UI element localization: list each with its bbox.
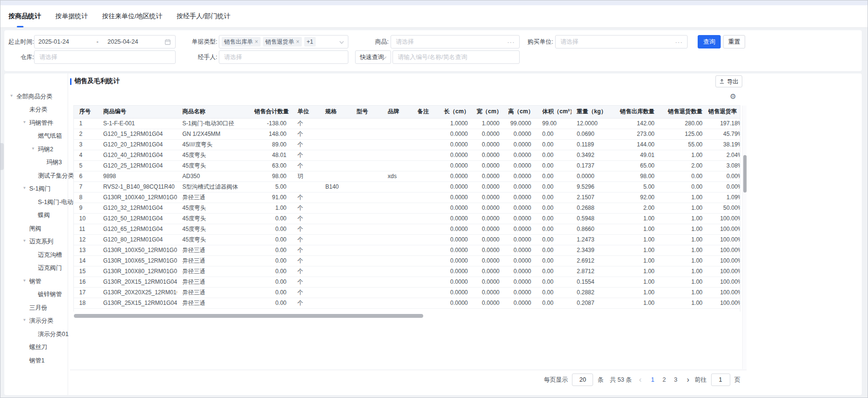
table-row[interactable]: 11G120_65_12RM01G0445度弯头0.00个0.00000.000… [74, 224, 740, 234]
table-row[interactable]: 18G130R_25X15_12RM01G04异径三通0.00个0.00000.… [74, 298, 740, 308]
page-number-2[interactable]: 2 [658, 376, 670, 383]
cell: 0.0000 [441, 298, 474, 308]
tree-node-未分类[interactable]: 未分类 [4, 105, 67, 114]
cell: 0.0000 [441, 150, 474, 160]
per-page-input[interactable]: 20 [572, 374, 593, 386]
reset-button[interactable]: 重置 [723, 35, 745, 48]
cell: S-1阀门-电动30口径 [177, 118, 251, 129]
table-row[interactable]: 12G120_80_12RM01G0445度弯头0.00个0.00000.000… [74, 234, 740, 245]
caret-down-icon[interactable]: ▼ [23, 278, 26, 283]
tree-node-镀锌钢管[interactable]: 镀锌钢管 [4, 289, 67, 299]
cell: 18 [74, 298, 98, 308]
table-row[interactable]: 8G130R_100X40_12RM01G04异径三通91.00个0.00000… [74, 192, 740, 203]
tree-node-演示分类01[interactable]: 演示分类01 [4, 329, 67, 339]
handler-select[interactable]: 请选择 [219, 50, 348, 64]
column-settings-gear-icon[interactable]: ⚙ [730, 93, 736, 100]
close-icon[interactable]: × [255, 38, 258, 45]
tree-node-玛钢3[interactable]: 玛钢3 [4, 157, 67, 167]
tab-按商品统计[interactable]: 按商品统计 [9, 12, 41, 21]
table-row[interactable]: 7RVS2-1_B140_98CQ11R40S型沟槽式过滤器阀体5.00B140… [74, 181, 740, 192]
table-row[interactable]: 13G130R_100X50_12RM01G04异径三通0.00个0.00000… [74, 245, 740, 255]
cell: 1.00 [610, 255, 660, 266]
table-row[interactable]: 10G120_50_12RM01G0445度弯头0.00个0.00000.000… [74, 213, 740, 224]
caret-down-icon[interactable]: ▼ [23, 120, 26, 124]
chevron-left-icon[interactable]: ‹ [638, 376, 642, 384]
page-number-1[interactable]: 1 [647, 376, 658, 383]
tree-node-S-1阀门-电动[interactable]: S-1阀门-电动 [4, 197, 67, 207]
search-button[interactable]: 查询 [698, 35, 721, 48]
page-number-3[interactable]: 3 [670, 376, 681, 383]
warehouse-select[interactable]: 请选择 [34, 50, 176, 64]
cell: 0.0000 [571, 171, 610, 181]
goto-page-input[interactable]: 1 [711, 374, 730, 386]
tree-node-玛钢管件[interactable]: ▼玛钢管件 [4, 118, 67, 128]
table-row[interactable]: 3G120_20_12RM01G0445////度弯头89.00个0.00000… [74, 139, 740, 150]
date-range-input[interactable]: 2025-01-24 - 2025-04-24 [34, 35, 176, 48]
tree-node-蝶阀[interactable]: 蝶阀 [4, 210, 67, 220]
table-row[interactable]: 5G120_25_12RM01G0445度弯头63.00个0.00000.000… [74, 160, 740, 171]
tree-node-三月份[interactable]: 三月份 [4, 303, 67, 313]
tree-node-迈克阀门[interactable]: 迈克阀门 [4, 263, 67, 273]
tab-按经手人/部门统计[interactable]: 按经手人/部门统计 [177, 12, 230, 21]
quick-search-input[interactable]: 请输入编号/名称/简名查询 [392, 50, 520, 64]
cell: 100.00% [708, 277, 740, 287]
doc-type-more-tag[interactable]: +1 [304, 37, 316, 47]
cell: 0.0000 [474, 234, 505, 245]
caret-down-icon[interactable]: ▼ [23, 239, 26, 243]
quick-search-mode-select[interactable]: 快速查询 [355, 50, 391, 64]
tree-node-玛钢2[interactable]: ▼玛钢2 [4, 145, 67, 154]
product-select[interactable]: 请选择 ··· [391, 35, 520, 48]
table-row[interactable]: 14G130R_100X65_12RM01G04异径三通0.00个0.00000… [74, 255, 740, 266]
tree-node-钢管1[interactable]: 钢管1 [4, 356, 67, 365]
caret-down-icon[interactable]: ▼ [31, 146, 35, 151]
tree-node-迈克系列[interactable]: ▼迈克系列 [4, 237, 67, 246]
table-row[interactable]: 17G130R_20X20X25_12RM01G...异径三通0.00个0.00… [74, 287, 740, 298]
cell: 89.00 [251, 139, 292, 150]
tree-node-全部商品分类[interactable]: ▼全部商品分类 [4, 92, 67, 101]
cell: 2.00 [610, 203, 660, 213]
caret-down-icon[interactable]: ▼ [23, 318, 26, 322]
table-row[interactable]: 9G120_32_12RM01G0445度弯头1.00个0.00000.0000… [74, 203, 740, 213]
export-button[interactable]: 导出 [715, 75, 742, 87]
more-ellipsis-icon[interactable]: ··· [675, 38, 683, 46]
doc-type-select[interactable]: 销售出库单×销售退货单×+1 [219, 35, 348, 48]
calendar-icon[interactable] [165, 39, 171, 45]
table-row[interactable]: 1S-1-F-E-001S-1阀门-电动30口径-138.00个1.00001.… [74, 118, 740, 129]
tree-node-燃气纸箱[interactable]: 燃气纸箱 [4, 131, 67, 141]
cell [382, 181, 412, 192]
tree-node-label: 演示分类01 [38, 329, 69, 339]
cell: 1.00 [660, 234, 708, 245]
tree-node-测试子集分类[interactable]: 测试子集分类 [4, 171, 67, 181]
tree-node-迈克沟槽[interactable]: 迈克沟槽 [4, 250, 67, 260]
table-row[interactable]: 2G120_15_12RM01G04GN 1/2X45MM148.00个0.00… [74, 129, 740, 139]
close-icon[interactable]: × [296, 38, 299, 45]
tree-node-演示分类[interactable]: ▼演示分类 [4, 316, 67, 326]
horizontal-scrollbar-thumb[interactable] [74, 314, 423, 318]
cell: 0.00 [251, 224, 292, 234]
table-row[interactable]: 16G130R_20X15_12RM01G04异径三通0.00个0.00000.… [74, 277, 740, 287]
cell: 0.0000 [505, 139, 537, 150]
tree-node-闸阀[interactable]: 闸阀 [4, 224, 67, 233]
tree-node-label: 闸阀 [29, 224, 41, 233]
tree-node-螺丝刀[interactable]: 螺丝刀 [4, 342, 67, 352]
table-row[interactable]: 4G120_40_12RM01G0445度弯头48.01个0.00000.000… [74, 150, 740, 160]
chevron-right-icon[interactable]: › [686, 376, 690, 384]
tree-node-label: 镀锌钢管 [38, 289, 62, 299]
cell: 0.0000 [505, 245, 537, 255]
cell: G130R_100X65_12RM01G04 [98, 255, 177, 266]
vertical-scrollbar-thumb[interactable] [743, 155, 747, 193]
cell: G120_15_12RM01G04 [98, 129, 177, 139]
sidebar-collapse-handle[interactable] [0, 143, 4, 170]
tree-node-S-1阀门[interactable]: ▼S-1阀门 [4, 184, 67, 193]
tab-按单据统计[interactable]: 按单据统计 [56, 12, 88, 21]
buyer-select[interactable]: 请选择 ··· [555, 35, 688, 48]
tab-按往来单位/地区统计[interactable]: 按往来单位/地区统计 [102, 12, 162, 21]
table-row[interactable]: 69898AD35098.00玥xds0.00000.00000.00000.0… [74, 171, 740, 181]
tree-node-钢管[interactable]: ▼钢管 [4, 277, 67, 286]
table-row[interactable]: 15G130R_100X80_12RM01G04异径三通0.00个0.00000… [74, 266, 740, 277]
caret-down-icon[interactable]: ▼ [10, 94, 13, 98]
more-ellipsis-icon[interactable]: ··· [507, 38, 515, 46]
active-tab-indicator [17, 26, 24, 27]
caret-down-icon[interactable]: ▼ [23, 186, 26, 190]
buyer-placeholder: 请选择 [556, 38, 579, 46]
